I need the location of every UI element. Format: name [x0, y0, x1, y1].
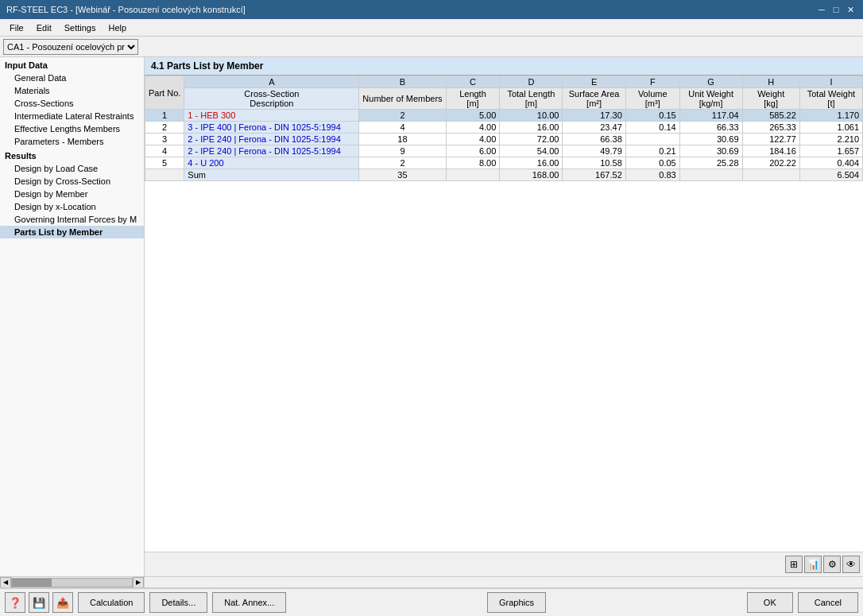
sidebar-item-general-data[interactable]: General Data: [0, 72, 144, 84]
sidebar-results-header: Results: [0, 148, 144, 162]
cell-unit-weight: 30.69: [679, 134, 742, 145]
ok-button[interactable]: OK: [747, 592, 793, 613]
cell-unit-weight: 30.69: [679, 145, 742, 157]
cell-surface-area: 23.47: [563, 122, 625, 134]
scroll-track: [11, 578, 133, 587]
cell-volume: 0.21: [625, 145, 679, 157]
menu-help[interactable]: Help: [102, 21, 133, 34]
cell-part-no: 4: [145, 145, 184, 157]
cell-part-no: 2: [145, 122, 184, 134]
sum-label: [145, 169, 184, 181]
cell-cross-section: 2 - IPE 240 | Ferona - DIN 1025-5:1994: [184, 145, 359, 157]
table-row[interactable]: 2 3 - IPE 400 | Ferona - DIN 1025-5:1994…: [145, 122, 863, 134]
sidebar-item-design-load-case[interactable]: Design by Load Case: [0, 162, 144, 175]
main-content: Input Data General Data Materials Cross-…: [0, 57, 863, 576]
sidebar-item-materials[interactable]: Materials: [0, 84, 144, 97]
sidebar-item-parameters-members[interactable]: Parameters - Members: [0, 135, 144, 148]
cell-volume: [625, 134, 679, 145]
cell-weight: 122.77: [742, 134, 799, 145]
col-total-weight-header: Total Weight [t]: [799, 88, 862, 110]
cell-weight: 265.33: [742, 122, 799, 134]
table-area[interactable]: Part No. A B C D E F G H I: [145, 76, 863, 552]
col-i-letter: I: [799, 76, 862, 88]
maximize-button[interactable]: □: [830, 3, 842, 16]
col-unit-weight-header: Unit Weight [kg/m]: [679, 88, 742, 110]
cell-total-weight: 0.404: [799, 157, 862, 169]
content-header: 4.1 Parts List by Member: [145, 57, 863, 76]
case-dropdown[interactable]: CA1 - Posouzení ocelových prut: [3, 39, 138, 55]
graphics-button[interactable]: Graphics: [487, 592, 546, 613]
cell-num-members: 9: [359, 145, 446, 157]
footer-icon-2[interactable]: 💾: [29, 592, 49, 613]
cell-unit-weight: 117.04: [679, 110, 742, 122]
col-a-letter: A: [184, 76, 359, 88]
cell-length: 5.00: [446, 110, 500, 122]
details-button[interactable]: Details...: [149, 592, 207, 613]
minimize-button[interactable]: ─: [815, 3, 828, 16]
cell-unit-weight: 25.28: [679, 157, 742, 169]
title-bar: RF-STEEL EC3 - [Webinář - Posouzení ocel…: [0, 0, 863, 19]
cell-volume: 0.15: [625, 110, 679, 122]
table-row[interactable]: 4 2 - IPE 240 | Ferona - DIN 1025-5:1994…: [145, 145, 863, 157]
sum-cross-section: Sum: [184, 169, 359, 181]
cell-weight: 585.22: [742, 110, 799, 122]
footer-icon-3[interactable]: 📤: [52, 592, 73, 613]
cancel-button[interactable]: Cancel: [798, 592, 858, 613]
data-table: Part No. A B C D E F G H I: [145, 76, 863, 181]
cell-total-length: 16.00: [500, 122, 563, 134]
col-b-letter: B: [359, 76, 446, 88]
col-part-no-header: Part No.: [145, 76, 184, 110]
content-panel: 4.1 Parts List by Member Part No. A B C …: [145, 57, 863, 576]
cell-cross-section: 4 - U 200: [184, 157, 359, 169]
nat-annex-button[interactable]: Nat. Annex...: [212, 592, 286, 613]
sidebar-item-effective-lengths[interactable]: Effective Lengths Members: [0, 122, 144, 135]
cell-surface-area: 10.58: [563, 157, 625, 169]
bottom-icon-grid[interactable]: ⊞: [785, 556, 803, 573]
scroll-right-arrow[interactable]: ▶: [133, 577, 144, 588]
table-row[interactable]: 5 4 - U 200 2 8.00 16.00 10.58 0.05 25.2…: [145, 157, 863, 169]
footer: ❓ 💾 📤 Calculation Details... Nat. Annex.…: [0, 587, 863, 616]
sidebar-item-design-member[interactable]: Design by Member: [0, 188, 144, 200]
cell-surface-area: 49.79: [563, 145, 625, 157]
col-volume-header: Volume [m³]: [625, 88, 679, 110]
col-f-letter: F: [625, 76, 679, 88]
col-d-letter: D: [500, 76, 563, 88]
cell-part-no: 1: [145, 110, 184, 122]
sidebar-item-governing-internal-forces[interactable]: Governing Internal Forces by M: [0, 213, 144, 226]
cell-volume: 0.05: [625, 157, 679, 169]
cell-volume: 0.14: [625, 122, 679, 134]
cell-length: 4.00: [446, 122, 500, 134]
col-num-members-header: Number of Members: [359, 88, 446, 110]
menu-edit[interactable]: Edit: [30, 21, 58, 34]
sidebar-item-parts-list-member[interactable]: Parts List by Member: [0, 226, 144, 238]
sum-total-weight: 6.504: [799, 169, 862, 181]
footer-icon-1[interactable]: ❓: [5, 592, 25, 613]
sidebar-item-design-cross-section[interactable]: Design by Cross-Section: [0, 175, 144, 188]
scroll-left-arrow[interactable]: ◀: [0, 577, 11, 588]
calculation-button[interactable]: Calculation: [78, 592, 145, 613]
table-row[interactable]: 1 1 - HEB 300 2 5.00 10.00 17.30 0.15 11…: [145, 110, 863, 122]
col-length-header: Length [m]: [446, 88, 500, 110]
sidebar-item-intermediate-lateral[interactable]: Intermediate Lateral Restraints: [0, 110, 144, 122]
sum-surface-area: 167.52: [563, 169, 625, 181]
sum-total-length: 168.00: [500, 169, 563, 181]
col-h-letter: H: [742, 76, 799, 88]
menu-file[interactable]: File: [3, 21, 30, 34]
cell-total-weight: 1.657: [799, 145, 862, 157]
table-row[interactable]: 3 2 - IPE 240 | Ferona - DIN 1025-5:1994…: [145, 134, 863, 145]
menu-settings[interactable]: Settings: [58, 21, 103, 34]
bottom-icon-eye[interactable]: 👁: [842, 556, 860, 573]
sidebar-item-cross-sections[interactable]: Cross-Sections: [0, 97, 144, 110]
cell-part-no: 5: [145, 157, 184, 169]
sum-length: [446, 169, 500, 181]
sidebar-input-header: Input Data: [0, 57, 144, 72]
bottom-icon-chart[interactable]: 📊: [804, 556, 822, 573]
sidebar-item-design-x-location[interactable]: Design by x-Location: [0, 200, 144, 213]
menu-bar: File Edit Settings Help: [0, 19, 863, 37]
col-total-length-header: Total Length [m]: [500, 88, 563, 110]
app-body: CA1 - Posouzení ocelových prut Input Dat…: [0, 37, 863, 616]
bottom-icon-settings[interactable]: ⚙: [823, 556, 841, 573]
close-button[interactable]: ✕: [844, 3, 857, 16]
cell-total-weight: 2.210: [799, 134, 862, 145]
cell-num-members: 2: [359, 110, 446, 122]
